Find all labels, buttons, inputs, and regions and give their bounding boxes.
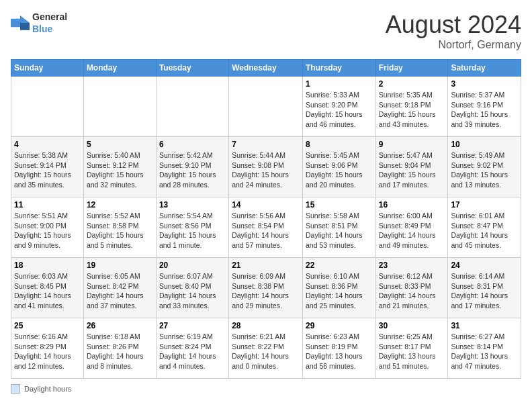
legend-box: [11, 384, 20, 394]
column-header-saturday: Saturday: [448, 60, 521, 77]
calendar-week-4: 18Sunrise: 6:03 AM Sunset: 8:45 PM Dayli…: [11, 258, 521, 318]
day-info: Sunrise: 5:33 AM Sunset: 9:20 PM Dayligh…: [306, 90, 373, 130]
calendar-day-30: 30Sunrise: 6:25 AM Sunset: 8:17 PM Dayli…: [375, 318, 448, 379]
day-number: 22: [306, 261, 373, 270]
day-number: 14: [232, 200, 300, 210]
calendar-day-28: 28Sunrise: 6:21 AM Sunset: 8:22 PM Dayli…: [229, 318, 303, 379]
day-number: 27: [159, 321, 226, 330]
svg-marker-1: [20, 15, 30, 23]
day-info: Sunrise: 5:37 AM Sunset: 9:16 PM Dayligh…: [451, 90, 518, 130]
day-info: Sunrise: 6:10 AM Sunset: 8:36 PM Dayligh…: [306, 271, 373, 311]
title-block: August 2024 Nortorf, Germany: [386, 11, 521, 51]
day-number: 20: [159, 261, 226, 270]
calendar-day-29: 29Sunrise: 6:23 AM Sunset: 8:19 PM Dayli…: [302, 318, 375, 379]
month-title: August 2024: [386, 11, 521, 39]
calendar-day-20: 20Sunrise: 6:07 AM Sunset: 8:40 PM Dayli…: [156, 258, 228, 318]
day-info: Sunrise: 5:45 AM Sunset: 9:06 PM Dayligh…: [306, 150, 373, 190]
day-info: Sunrise: 5:56 AM Sunset: 8:54 PM Dayligh…: [232, 211, 300, 250]
calendar-day-22: 22Sunrise: 6:10 AM Sunset: 8:36 PM Dayli…: [302, 258, 375, 318]
logo-text-blue: Blue: [32, 24, 52, 34]
calendar-day-4: 4Sunrise: 5:38 AM Sunset: 9:14 PM Daylig…: [11, 137, 84, 197]
calendar-day-16: 16Sunrise: 6:00 AM Sunset: 8:49 PM Dayli…: [375, 197, 448, 258]
calendar-day-9: 9Sunrise: 5:47 AM Sunset: 9:04 PM Daylig…: [375, 137, 448, 197]
day-number: 24: [451, 261, 518, 270]
day-number: 8: [306, 140, 373, 149]
calendar-week-3: 11Sunrise: 5:51 AM Sunset: 9:00 PM Dayli…: [11, 197, 521, 258]
day-number: 10: [451, 140, 518, 149]
page-header: General Blue August 2024 Nortorf, German…: [11, 11, 521, 51]
svg-rect-0: [11, 19, 20, 27]
day-number: 15: [306, 200, 373, 210]
day-info: Sunrise: 6:00 AM Sunset: 8:49 PM Dayligh…: [379, 211, 445, 250]
day-info: Sunrise: 5:35 AM Sunset: 9:18 PM Dayligh…: [379, 90, 445, 130]
day-number: 28: [232, 321, 300, 330]
day-number: 7: [232, 140, 300, 149]
calendar-day-13: 13Sunrise: 5:54 AM Sunset: 8:56 PM Dayli…: [156, 197, 228, 258]
calendar-day-10: 10Sunrise: 5:49 AM Sunset: 9:02 PM Dayli…: [448, 137, 521, 197]
calendar-day-25: 25Sunrise: 6:16 AM Sunset: 8:29 PM Dayli…: [11, 318, 84, 379]
column-header-sunday: Sunday: [11, 60, 84, 77]
calendar-day-18: 18Sunrise: 6:03 AM Sunset: 8:45 PM Dayli…: [11, 258, 84, 318]
day-info: Sunrise: 5:51 AM Sunset: 9:00 PM Dayligh…: [14, 211, 81, 250]
day-number: 21: [232, 261, 300, 270]
day-number: 30: [379, 321, 445, 330]
day-number: 31: [451, 321, 518, 330]
column-header-friday: Friday: [375, 60, 448, 77]
calendar-day-27: 27Sunrise: 6:19 AM Sunset: 8:24 PM Dayli…: [156, 318, 228, 379]
logo-icon: [11, 15, 30, 30]
logo: General Blue: [11, 11, 67, 35]
calendar-day-14: 14Sunrise: 5:56 AM Sunset: 8:54 PM Dayli…: [229, 197, 303, 258]
logo-text-general: General: [32, 11, 67, 22]
calendar-day-empty: [83, 77, 156, 137]
day-info: Sunrise: 6:19 AM Sunset: 8:24 PM Dayligh…: [159, 332, 226, 371]
day-number: 1: [306, 79, 373, 89]
calendar-day-23: 23Sunrise: 6:12 AM Sunset: 8:33 PM Dayli…: [375, 258, 448, 318]
day-info: Sunrise: 5:49 AM Sunset: 9:02 PM Dayligh…: [451, 150, 518, 190]
day-info: Sunrise: 6:07 AM Sunset: 8:40 PM Dayligh…: [159, 271, 226, 311]
day-info: Sunrise: 6:25 AM Sunset: 8:17 PM Dayligh…: [379, 332, 445, 371]
calendar-day-11: 11Sunrise: 5:51 AM Sunset: 9:00 PM Dayli…: [11, 197, 84, 258]
calendar-day-15: 15Sunrise: 5:58 AM Sunset: 8:51 PM Dayli…: [302, 197, 375, 258]
day-info: Sunrise: 6:14 AM Sunset: 8:31 PM Dayligh…: [451, 271, 518, 311]
day-number: 23: [379, 261, 445, 270]
day-number: 3: [451, 79, 518, 89]
calendar-week-1: 1Sunrise: 5:33 AM Sunset: 9:20 PM Daylig…: [11, 77, 521, 137]
day-number: 12: [87, 200, 153, 210]
day-number: 2: [379, 79, 445, 89]
calendar-day-19: 19Sunrise: 6:05 AM Sunset: 8:42 PM Dayli…: [83, 258, 156, 318]
day-info: Sunrise: 5:52 AM Sunset: 8:58 PM Dayligh…: [87, 211, 153, 250]
legend-label: Daylight hours: [24, 385, 71, 393]
day-info: Sunrise: 6:05 AM Sunset: 8:42 PM Dayligh…: [87, 271, 153, 311]
calendar-day-21: 21Sunrise: 6:09 AM Sunset: 8:38 PM Dayli…: [229, 258, 303, 318]
calendar-footer: Daylight hours: [11, 384, 521, 394]
day-info: Sunrise: 5:47 AM Sunset: 9:04 PM Dayligh…: [379, 150, 445, 190]
calendar-day-7: 7Sunrise: 5:44 AM Sunset: 9:08 PM Daylig…: [229, 137, 303, 197]
day-number: 16: [379, 200, 445, 210]
calendar-day-empty: [229, 77, 303, 137]
column-header-wednesday: Wednesday: [229, 60, 303, 77]
calendar-day-empty: [11, 77, 84, 137]
calendar-day-6: 6Sunrise: 5:42 AM Sunset: 9:10 PM Daylig…: [156, 137, 228, 197]
day-number: 13: [159, 200, 226, 210]
day-info: Sunrise: 6:18 AM Sunset: 8:26 PM Dayligh…: [87, 332, 153, 371]
day-number: 18: [14, 261, 81, 270]
day-info: Sunrise: 6:23 AM Sunset: 8:19 PM Dayligh…: [306, 332, 373, 371]
day-info: Sunrise: 5:38 AM Sunset: 9:14 PM Dayligh…: [14, 150, 81, 190]
calendar-week-5: 25Sunrise: 6:16 AM Sunset: 8:29 PM Dayli…: [11, 318, 521, 379]
svg-marker-2: [20, 23, 30, 30]
calendar-day-24: 24Sunrise: 6:14 AM Sunset: 8:31 PM Dayli…: [448, 258, 521, 318]
day-info: Sunrise: 6:09 AM Sunset: 8:38 PM Dayligh…: [232, 271, 300, 311]
day-info: Sunrise: 6:01 AM Sunset: 8:47 PM Dayligh…: [451, 211, 518, 250]
day-info: Sunrise: 5:44 AM Sunset: 9:08 PM Dayligh…: [232, 150, 300, 190]
calendar-day-3: 3Sunrise: 5:37 AM Sunset: 9:16 PM Daylig…: [448, 77, 521, 137]
calendar-day-5: 5Sunrise: 5:40 AM Sunset: 9:12 PM Daylig…: [83, 137, 156, 197]
day-info: Sunrise: 6:12 AM Sunset: 8:33 PM Dayligh…: [379, 271, 445, 311]
column-header-tuesday: Tuesday: [156, 60, 228, 77]
day-number: 4: [14, 140, 81, 149]
day-number: 9: [379, 140, 445, 149]
calendar-day-31: 31Sunrise: 6:27 AM Sunset: 8:14 PM Dayli…: [448, 318, 521, 379]
location-title: Nortorf, Germany: [386, 39, 521, 51]
calendar-week-2: 4Sunrise: 5:38 AM Sunset: 9:14 PM Daylig…: [11, 137, 521, 197]
day-info: Sunrise: 6:03 AM Sunset: 8:45 PM Dayligh…: [14, 271, 81, 311]
calendar-day-17: 17Sunrise: 6:01 AM Sunset: 8:47 PM Dayli…: [448, 197, 521, 258]
